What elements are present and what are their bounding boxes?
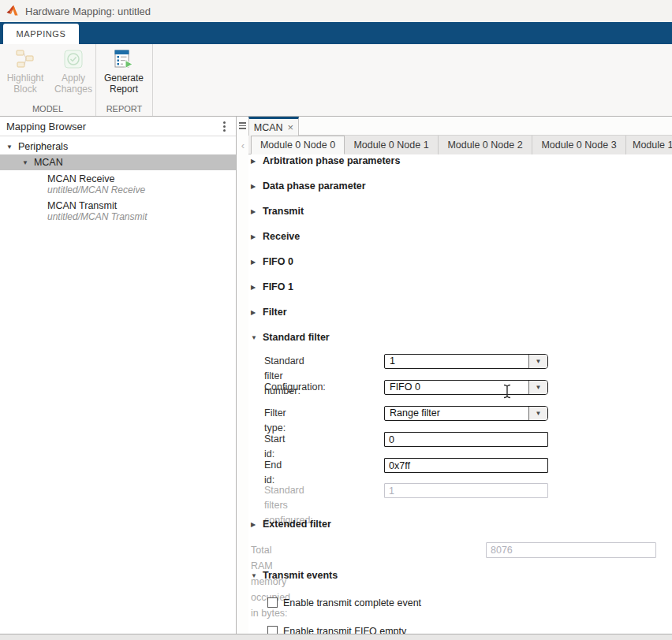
section-transmit[interactable]: ▶ Transmit (251, 205, 304, 218)
section-label: FIFO 0 (263, 256, 293, 267)
section-label: Arbitration phase parameters (263, 155, 400, 166)
document-tab-label: MCAN (254, 122, 283, 133)
tree-sublabel: untitled/MCAN Transmit (47, 211, 147, 222)
dropdown-value: Range filter (385, 407, 528, 420)
section-label: Standard filter (263, 332, 330, 343)
chevron-down-icon: ▼ (22, 159, 28, 166)
total-ram-input (486, 542, 656, 558)
toolbar: Highlight Block Apply Changes MODEL (0, 44, 672, 117)
standard-filter-number-dropdown[interactable]: 1 ▼ (384, 354, 548, 369)
start-id-input[interactable] (384, 432, 548, 447)
chevron-down-icon: ▼ (536, 358, 542, 365)
chevron-down-icon: ▼ (536, 384, 542, 391)
chevron-right-icon: ▶ (251, 309, 258, 316)
tab-mappings[interactable]: MAPPINGS (3, 24, 79, 44)
toolbar-group-report: Generate Report REPORT (96, 44, 153, 116)
mapping-browser-panel: Mapping Browser ▼ Peripherals ▼ MCAN MCA… (0, 117, 237, 634)
tree-label: Peripherals (18, 141, 68, 152)
tab-module-0-node-3[interactable]: Module 0 Node 3 (532, 136, 626, 154)
section-fifo-1[interactable]: ▶ FIFO 1 (251, 281, 293, 293)
dropdown-button[interactable]: ▼ (528, 407, 547, 420)
section-fifo-0[interactable]: ▶ FIFO 0 (251, 255, 293, 268)
tree-item-mcan[interactable]: ▼ MCAN (0, 154, 236, 170)
tree-label: MCAN (34, 157, 63, 168)
node-tab-bar: Module 0 Node 0 Module 0 Node 1 Module 0… (248, 136, 672, 154)
highlight-block-button[interactable]: Highlight Block (2, 48, 48, 95)
section-label: Data phase parameter (263, 180, 366, 192)
filter-type-dropdown[interactable]: Range filter ▼ (384, 406, 548, 421)
kebab-menu-icon[interactable] (219, 119, 230, 134)
section-transmit-events[interactable]: ▼ Transmit events (251, 569, 338, 582)
dropdown-value: 1 (385, 355, 528, 368)
checkbox-label: Enable transmit complete event (283, 597, 421, 608)
highlight-block-label: Highlight Block (2, 73, 48, 95)
standard-filters-configured-input (384, 483, 548, 498)
ribbon-strip: MAPPINGS (0, 22, 672, 44)
title-bar: Hardware Mapping: untitled (0, 0, 672, 22)
chevron-down-icon: ▼ (251, 334, 258, 341)
highlight-block-icon (14, 48, 36, 70)
group-label-report: REPORT (96, 104, 152, 113)
section-extended-filter[interactable]: ▶ Extended filter (251, 518, 331, 530)
chevron-down-icon: ▼ (251, 572, 258, 579)
chevron-right-icon: ▶ (251, 183, 258, 190)
section-receive[interactable]: ▶ Receive (251, 230, 300, 243)
checkbox-row-transmit-fifo-empty: Enable transmit FIFO empty (267, 625, 406, 634)
horizontal-scrollbar[interactable] (0, 634, 672, 640)
tree-label: MCAN Transmit (47, 200, 117, 211)
document-tab-mcan[interactable]: MCAN × (248, 117, 299, 136)
section-arbitration-phase-parameters[interactable]: ▶ Arbitration phase parameters (251, 154, 400, 167)
section-label: Transmit events (263, 570, 338, 581)
checkbox-row-transmit-complete: Enable transmit complete event (267, 597, 421, 608)
chevron-right-icon: ▶ (251, 208, 258, 215)
hardware-mapping-window: Hardware Mapping: untitled MAPPINGS High… (0, 0, 672, 640)
chevron-right-icon: ▶ (251, 233, 258, 240)
tab-module-0-node-0[interactable]: Module 0 Node 0 (251, 136, 345, 154)
tab-module-0-node-2[interactable]: Module 0 Node 2 (439, 136, 532, 154)
section-label: Receive (263, 231, 300, 242)
generate-report-button[interactable]: Generate Report (101, 48, 147, 95)
tab-scroll-left-icon[interactable]: ‹ (238, 137, 248, 153)
section-label: Extended filter (263, 519, 331, 530)
panel-splitter[interactable]: ‹ (237, 117, 248, 634)
apply-changes-icon (62, 48, 84, 70)
section-label: Transmit (263, 206, 304, 217)
section-standard-filter[interactable]: ▼ Standard filter (251, 331, 330, 344)
section-filter[interactable]: ▶ Filter (251, 306, 287, 318)
chevron-right-icon: ▶ (251, 284, 258, 291)
chevron-right-icon: ▶ (251, 158, 258, 165)
end-id-input[interactable] (384, 458, 548, 473)
section-label: FIFO 1 (263, 281, 293, 292)
generate-report-icon (113, 48, 135, 70)
field-label: Total RAM memory occupied in bytes: (251, 542, 290, 621)
generate-report-label: Generate Report (101, 73, 147, 95)
close-icon[interactable]: × (288, 122, 294, 132)
matlab-logo-icon (6, 5, 19, 17)
splitter-handle-icon[interactable] (239, 122, 246, 129)
field-label: Configuration: (264, 380, 326, 395)
chevron-right-icon: ▶ (251, 259, 258, 266)
chevron-down-icon: ▼ (6, 143, 13, 151)
tab-module-0-node-1[interactable]: Module 0 Node 1 (345, 136, 439, 154)
dropdown-button[interactable]: ▼ (528, 381, 547, 394)
dropdown-button[interactable]: ▼ (528, 355, 547, 368)
toolbar-group-model: Highlight Block Apply Changes MODEL (0, 44, 96, 116)
enable-transmit-complete-checkbox[interactable] (267, 597, 278, 608)
tab-module-1[interactable]: Module 1 (626, 136, 672, 154)
window-title: Hardware Mapping: untitled (25, 6, 151, 17)
tree-item-peripherals[interactable]: ▼ Peripherals (0, 139, 236, 154)
dropdown-value: FIFO 0 (385, 381, 528, 394)
section-label: Filter (263, 307, 287, 318)
parameters-pane: ▶ Arbitration phase parameters ▶ Data ph… (248, 154, 672, 634)
checkbox-label: Enable transmit FIFO empty (283, 626, 406, 634)
configuration-dropdown[interactable]: FIFO 0 ▼ (384, 380, 548, 395)
tree-sublabel: untitled/MCAN Receive (47, 184, 145, 195)
group-label-model: MODEL (0, 104, 95, 113)
chevron-down-icon: ▼ (536, 410, 542, 417)
mapping-browser-title: Mapping Browser (6, 121, 86, 132)
apply-changes-button[interactable]: Apply Changes (50, 48, 96, 95)
mapping-browser-header: Mapping Browser (0, 117, 236, 136)
apply-changes-label: Apply Changes (50, 73, 96, 95)
enable-transmit-fifo-empty-checkbox[interactable] (267, 626, 278, 634)
section-data-phase-parameter[interactable]: ▶ Data phase parameter (251, 180, 366, 192)
